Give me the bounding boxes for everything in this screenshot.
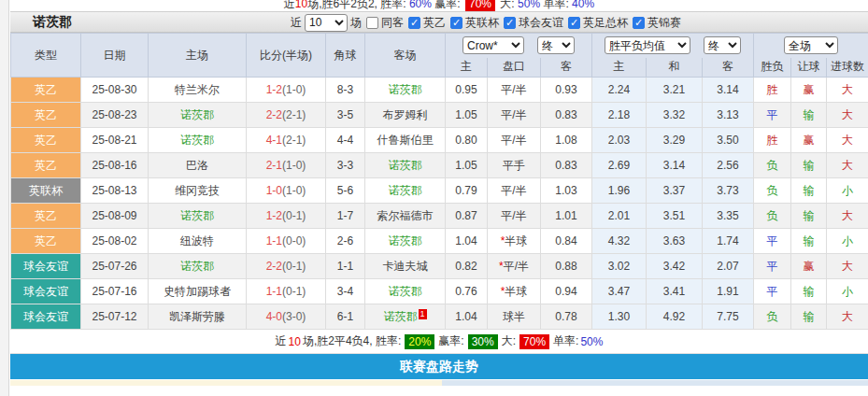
full-score: 1-1 <box>266 234 282 248</box>
same-away-checkbox[interactable] <box>366 17 378 29</box>
away-team[interactable]: 卡迪夫城 <box>383 260 428 273</box>
home-team[interactable]: 诺茨郡 <box>149 103 247 128</box>
away-team-cell[interactable]: 诺茨郡 <box>365 78 446 103</box>
away-team[interactable]: 诺茨郡 <box>389 159 422 172</box>
result-handicap: 输 <box>791 204 827 229</box>
full-score: 1-2 <box>266 209 282 222</box>
away-team[interactable]: 索尔福德市 <box>377 209 434 222</box>
handicap-cell: 平/半 <box>488 204 541 229</box>
same-away-filter[interactable]: 同客 <box>364 15 404 31</box>
league-filter-league2[interactable]: 英乙 <box>406 15 446 31</box>
unit-label: 场 <box>350 15 362 31</box>
away-team[interactable]: 诺茨郡 <box>384 310 418 323</box>
handicap: 半球 <box>505 234 527 248</box>
away-team-cell[interactable]: 诺茨郡 <box>365 229 446 254</box>
away-team[interactable]: 诺茨郡 <box>389 184 422 197</box>
col-header-odds-away: 客 <box>541 58 592 78</box>
league-filter-friendly[interactable]: 球会友谊 <box>502 15 563 31</box>
handicap-cell: *半球 <box>488 279 541 304</box>
avg-draw: 3.21 <box>647 78 703 103</box>
col-header-handicap: 盘口 <box>488 58 541 78</box>
next-section-left-cell <box>10 380 442 386</box>
avg-away: 7.75 <box>703 304 754 330</box>
col-header-home: 主场 <box>149 34 247 78</box>
home-team[interactable]: 诺茨郡 <box>149 254 247 279</box>
odds-home: 1.05 <box>446 103 488 128</box>
home-team[interactable]: 凯泽斯劳滕 <box>149 304 247 330</box>
odds-home: 1.04 <box>446 229 488 254</box>
odds-time-select[interactable]: 终 <box>537 36 575 54</box>
profit-rate-badge: 70% <box>465 0 495 12</box>
home-team[interactable]: 诺茨郡 <box>149 128 247 153</box>
away-team-cell[interactable]: 诺茨郡1 <box>365 304 446 330</box>
away-team-cell[interactable]: 索尔福德市 <box>365 204 446 229</box>
efl-trophy-checkbox[interactable] <box>633 17 645 29</box>
half-score: (2-1) <box>282 134 306 147</box>
home-team[interactable]: 维冈竞技 <box>149 178 247 204</box>
match-date: 25-07-16 <box>81 279 149 304</box>
handicap: 球半 <box>503 310 525 323</box>
away-team-cell[interactable]: 布罗姆利 <box>365 103 446 128</box>
league2-checkbox[interactable] <box>408 17 420 29</box>
away-team[interactable]: 诺茨郡 <box>389 285 422 298</box>
odds-home: 0.76 <box>446 279 488 304</box>
away-team-cell[interactable]: 诺茨郡 <box>365 279 446 304</box>
away-team-cell[interactable]: 诺茨郡 <box>365 178 446 204</box>
league-filter-efl-trophy[interactable]: 英锦赛 <box>631 15 681 31</box>
away-team-cell[interactable]: 什鲁斯伯里 <box>365 128 446 153</box>
odds-away: 0.83 <box>541 153 592 178</box>
scope-select[interactable]: 全场 <box>784 36 838 54</box>
handicap-cell: *半球 <box>488 229 541 254</box>
avg-home: 2.18 <box>592 103 647 128</box>
corner-score: 1-1 <box>326 254 365 279</box>
avg-home: 4.32 <box>592 229 647 254</box>
match-date: 25-08-16 <box>81 153 149 178</box>
type-badge: 球会友谊 <box>11 254 81 279</box>
away-team[interactable]: 什鲁斯伯里 <box>377 134 434 147</box>
home-team[interactable]: 巴洛 <box>149 153 247 178</box>
col-header-away: 客场 <box>365 34 446 78</box>
col-header-avg-draw: 和 <box>647 58 703 78</box>
score-cell: 1-1(0-1) <box>247 279 326 304</box>
home-team[interactable]: 诺茨郡 <box>149 204 247 229</box>
odds-company-select[interactable]: Crow* <box>462 36 524 54</box>
friendly-checkbox[interactable] <box>504 17 516 29</box>
avg-home: 1.30 <box>592 304 647 330</box>
col-header-avg-home: 主 <box>592 58 647 78</box>
away-team[interactable]: 布罗姆利 <box>383 108 428 121</box>
home-team[interactable]: 特兰米尔 <box>149 78 247 103</box>
away-team[interactable]: 诺茨郡 <box>389 234 422 248</box>
filter-controls: 近 10 场 同客 英乙 英联杯 球会友谊 英足 <box>291 12 681 33</box>
home-team[interactable]: 史特加踢球者 <box>149 279 247 304</box>
match-date: 25-08-23 <box>81 103 149 128</box>
away-team[interactable]: 诺茨郡 <box>389 83 422 96</box>
result-handicap: 赢 <box>791 254 827 279</box>
result-wdl: 平 <box>754 229 791 254</box>
match-count-select[interactable]: 10 <box>305 14 348 32</box>
efl-cup-label: 英联杯 <box>465 15 499 31</box>
avg-type-select[interactable]: 胜平负均值 <box>605 36 690 54</box>
table-row: 英乙 25-08-30 特兰米尔 1-2(1-0) 8-3 诺茨郡 0.95 平… <box>11 78 868 103</box>
table-row: 英乙 25-08-16 巴洛 2-1(1-0) 3-3 诺茨郡 1.05 平手 … <box>11 153 868 178</box>
league-filter-efl-cup[interactable]: 英联杯 <box>448 15 499 31</box>
avg-away: 3.14 <box>703 78 754 103</box>
avg-away: 3.35 <box>703 204 754 229</box>
away-team-cell[interactable]: 诺茨郡 <box>365 153 446 178</box>
score-cell: 1-1(0-0) <box>247 229 326 254</box>
corner-score: 8-3 <box>326 78 365 103</box>
table-row: 英乙 25-08-02 纽波特 1-1(0-0) 2-6 诺茨郡 1.04 *半… <box>11 229 868 254</box>
avg-time-select[interactable]: 终 <box>704 36 741 54</box>
col-header-corner: 角球 <box>326 34 365 78</box>
efl-cup-checkbox[interactable] <box>450 17 462 29</box>
half-score: (0-1) <box>282 260 306 273</box>
league-filter-fa-cup[interactable]: 英足总杯 <box>566 15 628 31</box>
home-team[interactable]: 纽波特 <box>149 229 247 254</box>
fa-cup-checkbox[interactable] <box>568 17 580 29</box>
result-handicap: 赢 <box>791 78 827 103</box>
corner-score: 2-6 <box>326 229 365 254</box>
half-score: (1-0) <box>282 159 306 172</box>
away-team-cell[interactable]: 卡迪夫城 <box>365 254 446 279</box>
col-header-date: 日期 <box>81 34 149 78</box>
odds-home: 0.82 <box>446 254 488 279</box>
profit-rate-badge: 30% <box>468 334 498 349</box>
